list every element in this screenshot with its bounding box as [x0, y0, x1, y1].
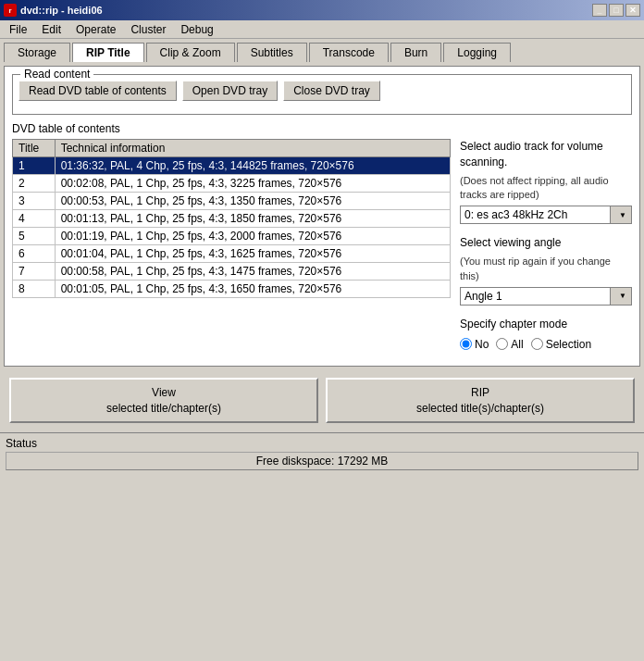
audio-note: (Does not affect ripping, all audio trac…: [460, 174, 632, 203]
status-label: Status: [6, 437, 638, 450]
close-dvd-tray-button[interactable]: Close DVD tray: [283, 81, 380, 101]
table-row[interactable]: 101:36:32, PAL, 4 Chp, 25 fps, 4:3, 1448…: [13, 157, 451, 175]
titlebar-controls[interactable]: _ □ ✕: [592, 4, 640, 17]
tab-transcode[interactable]: Transcode: [309, 43, 389, 62]
chapter-all-radio[interactable]: [496, 338, 508, 350]
cell-info: 00:00:58, PAL, 1 Chp, 25 fps, 4:3, 1475 …: [55, 263, 450, 281]
menu-edit[interactable]: Edit: [36, 21, 67, 38]
tab-bar: Storage RIP Title Clip & Zoom Subtitles …: [4, 43, 640, 62]
tab-clip-zoom[interactable]: Clip & Zoom: [146, 43, 235, 62]
menu-file[interactable]: File: [4, 21, 32, 38]
tab-rip-title[interactable]: RIP Title: [72, 43, 144, 62]
cell-info: 00:01:05, PAL, 1 Chp, 25 fps, 4:3, 1650 …: [55, 281, 450, 298]
cell-title: 5: [13, 228, 56, 245]
table-row[interactable]: 200:02:08, PAL, 1 Chp, 25 fps, 4:3, 3225…: [13, 175, 451, 193]
tab-burn[interactable]: Burn: [390, 43, 441, 62]
read-content-label: Read content: [20, 68, 93, 81]
read-content-section: Read content Read DVD table of contents …: [12, 74, 632, 115]
angle-select[interactable]: Angle 1: [460, 287, 632, 306]
bottom-bar: View selected title/chapter(s) RIP selec…: [4, 372, 640, 430]
read-content-buttons: Read DVD table of contents Open DVD tray…: [19, 81, 625, 101]
table-row[interactable]: 300:00:53, PAL, 1 Chp, 25 fps, 4:3, 1350…: [13, 193, 451, 210]
minimize-button[interactable]: _: [592, 4, 607, 17]
audio-label: Select audio track for volume scanning.: [460, 139, 632, 170]
main-content: Storage RIP Title Clip & Zoom Subtitles …: [0, 39, 644, 432]
dvd-table: Title Technical information 101:36:32, P…: [12, 139, 451, 298]
right-panel: Select audio track for volume scanning. …: [460, 139, 632, 351]
cell-title: 1: [13, 157, 56, 175]
table-row[interactable]: 700:00:58, PAL, 1 Chp, 25 fps, 4:3, 1475…: [13, 263, 451, 281]
chapter-no-text: No: [475, 338, 489, 351]
angle-select-wrapper: Angle 1: [460, 287, 632, 306]
read-dvd-button[interactable]: Read DVD table of contents: [19, 81, 177, 101]
cell-title: 2: [13, 175, 56, 193]
chapter-no-label[interactable]: No: [460, 338, 489, 351]
cell-title: 4: [13, 210, 56, 228]
angle-label: Select viewing angle: [460, 235, 632, 251]
chapter-all-label[interactable]: All: [496, 338, 523, 351]
cell-title: 7: [13, 263, 56, 281]
status-bar: Status Free diskspace: 17292 MB: [0, 432, 644, 474]
open-dvd-tray-button[interactable]: Open DVD tray: [182, 81, 278, 101]
maximize-button[interactable]: □: [609, 4, 624, 17]
status-text: Free diskspace: 17292 MB: [6, 452, 638, 470]
tab-content: Read content Read DVD table of contents …: [4, 66, 640, 367]
rip-sub: selected title(s)/chapter(s): [416, 402, 544, 415]
close-button[interactable]: ✕: [625, 4, 640, 17]
cell-info: 01:36:32, PAL, 4 Chp, 25 fps, 4:3, 14482…: [55, 157, 450, 175]
chapter-no-radio[interactable]: [460, 338, 472, 350]
chapter-label: Specify chapter mode: [460, 317, 632, 332]
tab-storage[interactable]: Storage: [4, 43, 70, 62]
cell-info: 00:02:08, PAL, 1 Chp, 25 fps, 4:3, 3225 …: [55, 175, 450, 193]
audio-select[interactable]: 0: es ac3 48kHz 2Ch: [460, 206, 632, 224]
rip-button[interactable]: RIP selected title(s)/chapter(s): [326, 378, 635, 424]
menubar: File Edit Operate Cluster Debug: [0, 20, 644, 39]
rip-label: RIP: [471, 386, 489, 399]
cell-title: 8: [13, 281, 56, 298]
tab-logging[interactable]: Logging: [443, 43, 511, 62]
chapter-all-text: All: [511, 338, 523, 351]
cell-info: 00:01:19, PAL, 1 Chp, 25 fps, 4:3, 2000 …: [55, 228, 450, 245]
chapter-selection-radio[interactable]: [531, 338, 543, 350]
menu-operate[interactable]: Operate: [70, 21, 121, 38]
tab-subtitles[interactable]: Subtitles: [237, 43, 307, 62]
titlebar: r dvd::rip - heidi06 _ □ ✕: [0, 0, 644, 20]
cell-info: 00:01:04, PAL, 1 Chp, 25 fps, 4:3, 1625 …: [55, 245, 450, 263]
table-row[interactable]: 500:01:19, PAL, 1 Chp, 25 fps, 4:3, 2000…: [13, 228, 451, 245]
audio-select-wrapper: 0: es ac3 48kHz 2Ch: [460, 206, 632, 224]
col-title: Title: [13, 140, 56, 157]
table-row[interactable]: 600:01:04, PAL, 1 Chp, 25 fps, 4:3, 1625…: [13, 245, 451, 263]
dvd-table-section: Title Technical information 101:36:32, P…: [12, 139, 632, 351]
table-row[interactable]: 400:01:13, PAL, 1 Chp, 25 fps, 4:3, 1850…: [13, 210, 451, 228]
cell-info: 00:01:13, PAL, 1 Chp, 25 fps, 4:3, 1850 …: [55, 210, 450, 228]
titlebar-title: dvd::rip - heidi06: [20, 5, 103, 16]
cell-info: 00:00:53, PAL, 1 Chp, 25 fps, 4:3, 1350 …: [55, 193, 450, 210]
titlebar-left: r dvd::rip - heidi06: [4, 4, 103, 17]
dvd-table-container: Title Technical information 101:36:32, P…: [12, 139, 451, 351]
cell-title: 6: [13, 245, 56, 263]
angle-note: (You must rip again if you change this): [460, 255, 632, 283]
chapter-mode-group: No All Selection: [460, 338, 632, 351]
chapter-selection-text: Selection: [546, 338, 591, 351]
chapter-selection-label[interactable]: Selection: [531, 338, 591, 351]
dvd-table-label: DVD table of contents: [12, 122, 632, 135]
dvd-table-wrapper: DVD table of contents Title Technical in…: [12, 122, 632, 351]
view-label: View: [152, 386, 176, 399]
app-icon: r: [4, 4, 17, 17]
cell-title: 3: [13, 193, 56, 210]
col-info: Technical information: [55, 140, 450, 157]
view-sub: selected title/chapter(s): [106, 402, 221, 415]
table-row[interactable]: 800:01:05, PAL, 1 Chp, 25 fps, 4:3, 1650…: [13, 281, 451, 298]
view-button[interactable]: View selected title/chapter(s): [9, 378, 318, 424]
menu-cluster[interactable]: Cluster: [125, 21, 171, 38]
menu-debug[interactable]: Debug: [175, 21, 218, 38]
